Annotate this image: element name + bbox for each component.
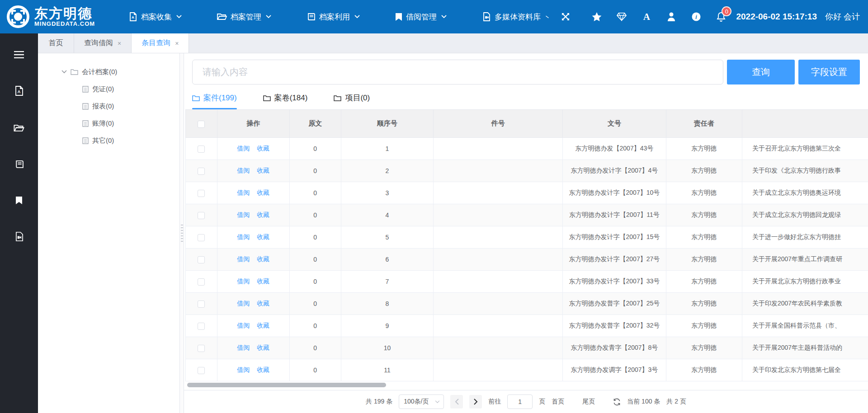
fullscreen-toggle[interactable] (561, 12, 570, 21)
tree-node-child[interactable]: 报表(0) (61, 99, 179, 113)
borrow-link[interactable]: 借阅 (237, 189, 250, 196)
row-checkbox[interactable] (198, 234, 205, 241)
cell-piece-no (434, 249, 563, 271)
info-button[interactable]: i (691, 12, 701, 22)
borrow-link[interactable]: 借阅 (237, 145, 250, 152)
nav-archive-collect[interactable]: A 档案收集 (128, 12, 182, 22)
row-checkbox[interactable] (198, 168, 205, 175)
cell-sequence: 2 (341, 160, 433, 182)
panel-splitter[interactable] (179, 53, 184, 413)
star-icon (592, 12, 602, 22)
favorite-link[interactable]: 收藏 (257, 211, 269, 218)
tree-node-child[interactable]: 账簿(0) (61, 117, 179, 130)
favorite-link[interactable]: 收藏 (257, 255, 269, 263)
sidebar-item-archive-manage[interactable] (9, 115, 29, 141)
cell-original: 0 (289, 249, 341, 271)
cell-piece-no (434, 182, 563, 204)
sidebar-menu-toggle[interactable] (9, 42, 29, 68)
media-file-icon (482, 12, 491, 21)
favorite-link[interactable]: 收藏 (257, 300, 269, 307)
favorite-link[interactable]: 收藏 (257, 277, 269, 285)
borrow-link[interactable]: 借阅 (237, 277, 250, 285)
row-checkbox[interactable] (198, 256, 205, 263)
first-page-link[interactable]: 首页 (552, 398, 564, 406)
notifications-button[interactable]: 0 (716, 12, 726, 22)
tab-home[interactable]: 首页 (38, 33, 74, 53)
search-input[interactable] (192, 60, 723, 84)
borrow-link[interactable]: 借阅 (237, 322, 250, 329)
query-button[interactable]: 查询 (727, 60, 795, 84)
cell-sequence: 11 (341, 359, 433, 381)
borrow-link[interactable]: 借阅 (237, 233, 250, 240)
folder-open-icon (14, 124, 24, 132)
window-tabstrip: 首页 查询借阅 × 条目查询 × (38, 33, 868, 53)
field-settings-button[interactable]: 字段设置 (798, 60, 860, 84)
favorite-link[interactable]: 收藏 (257, 145, 269, 152)
favorite-link[interactable]: 收藏 (257, 366, 269, 373)
row-checkbox[interactable] (198, 367, 205, 374)
clock-text: 2022-06-02 15:17:13 (736, 12, 817, 22)
row-checkbox[interactable] (198, 145, 205, 153)
table-row: 借阅 收藏 0 6 东方明德办发计字【2007】27号 东方明德 关于开展200… (186, 249, 868, 271)
next-page-button[interactable] (469, 395, 482, 408)
favorite-link[interactable]: 收藏 (257, 167, 269, 174)
sidebar-item-borrow-manage[interactable] (9, 187, 29, 213)
nav-archive-manage[interactable]: 档案管理 (217, 12, 271, 22)
cell-doc-no: 东方明德办发普字【2007】25号 (563, 293, 666, 315)
borrow-link[interactable]: 借阅 (237, 255, 250, 263)
tab-entry-query[interactable]: 条目查询 × (132, 33, 189, 53)
sidebar-item-archive-collect[interactable]: A (9, 78, 29, 104)
font-size-button[interactable]: A (642, 12, 651, 22)
close-icon[interactable]: × (175, 40, 179, 47)
borrow-link[interactable]: 借阅 (237, 167, 250, 174)
user-button[interactable] (666, 12, 676, 22)
page-number-input[interactable] (507, 394, 533, 409)
borrow-link[interactable]: 借阅 (237, 344, 250, 351)
nav-archive-use[interactable]: 档案利用 (307, 12, 360, 22)
borrow-link[interactable]: 借阅 (237, 211, 250, 218)
gem-icon (617, 12, 627, 21)
cell-doc-no: 东方明德办发调字【2007】3号 (563, 359, 666, 381)
favorites-button[interactable] (592, 12, 602, 22)
result-tabs: 案件(199) 案卷(184) 项目(0) (192, 93, 860, 109)
tree-node-child[interactable]: 凭证(0) (61, 82, 179, 96)
result-tab-projects[interactable]: 项目(0) (334, 93, 370, 109)
sidebar-item-media-library[interactable] (9, 223, 29, 249)
favorite-link[interactable]: 收藏 (257, 344, 269, 351)
refresh-button[interactable] (613, 398, 621, 406)
tree-node-child[interactable]: 其它(0) (61, 134, 179, 147)
total-pages-text: 共 2 页 (666, 398, 686, 406)
row-checkbox[interactable] (198, 278, 205, 286)
row-checkbox[interactable] (198, 345, 205, 352)
page-size-select[interactable]: 100条/页 (399, 394, 444, 409)
cell-sequence: 7 (341, 271, 433, 293)
greeting-text[interactable]: 你好 会计 (825, 11, 860, 22)
cell-doc-no: 东方明德办发计字【2007】33号 (563, 271, 666, 293)
tree-node-root[interactable]: 会计档案(0) (61, 65, 179, 79)
borrow-link[interactable]: 借阅 (237, 366, 250, 373)
favorite-link[interactable]: 收藏 (257, 322, 269, 329)
cell-title: 关于开展2007年主题科普活动的 (742, 337, 868, 359)
tab-query-borrow[interactable]: 查询借阅 × (74, 33, 132, 53)
row-checkbox[interactable] (198, 190, 205, 197)
nav-borrow-manage[interactable]: 借阅管理 (395, 12, 447, 22)
row-checkbox[interactable] (198, 300, 205, 308)
nav-label: 档案利用 (319, 12, 350, 22)
nav-media-library[interactable]: 多媒体资料库 (482, 12, 549, 22)
prev-page-button[interactable] (450, 395, 463, 408)
sidebar-item-archive-use[interactable] (9, 151, 29, 177)
last-page-link[interactable]: 尾页 (582, 398, 595, 406)
user-icon (667, 12, 675, 21)
favorite-link[interactable]: 收藏 (257, 189, 269, 196)
row-checkbox[interactable] (198, 323, 205, 330)
select-all-checkbox[interactable] (198, 121, 205, 128)
cell-original: 0 (289, 204, 341, 226)
borrow-link[interactable]: 借阅 (237, 300, 250, 307)
horizontal-scrollbar-thumb[interactable] (187, 383, 386, 387)
favorite-link[interactable]: 收藏 (257, 233, 269, 240)
points-button[interactable] (617, 12, 627, 22)
row-checkbox[interactable] (198, 212, 205, 219)
result-tab-cases[interactable]: 案件(199) (192, 93, 237, 109)
close-icon[interactable]: × (118, 40, 121, 47)
result-tab-volumes[interactable]: 案卷(184) (263, 93, 308, 109)
